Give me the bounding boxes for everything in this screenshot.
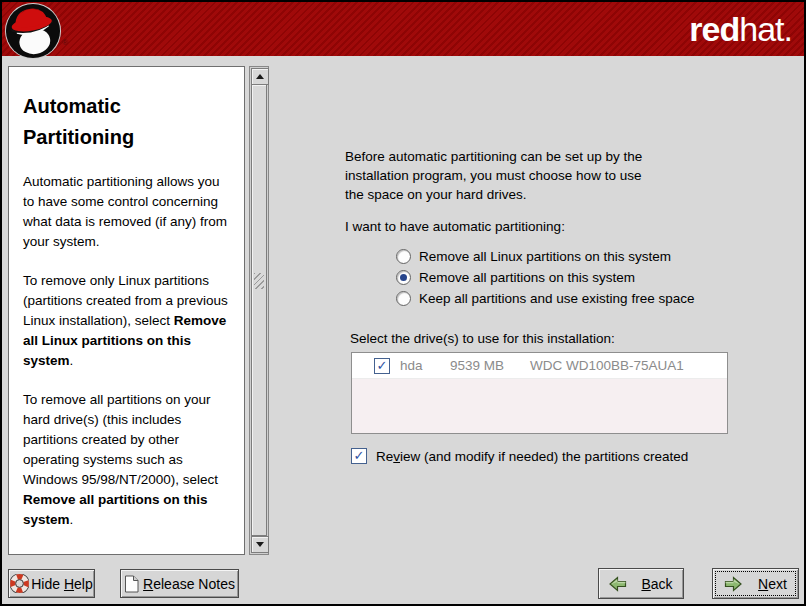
scroll-down-button[interactable] [251, 536, 269, 553]
radio-option-label: Keep all partitions and use existing fre… [419, 291, 694, 306]
arrow-right-icon [724, 576, 742, 592]
scrollbar-grip-icon [254, 273, 264, 289]
scroll-up-button[interactable] [251, 68, 269, 85]
help-panel: Automatic Partitioning Automatic partiti… [8, 66, 245, 555]
help-text: Automatic partitioning allows you to hav… [23, 172, 230, 530]
drive-size: 9539 MB [450, 358, 522, 373]
drive-list[interactable]: ✓hda9539 MBWDC WD100BB-75AUA1 [351, 352, 728, 434]
document-icon [124, 575, 139, 593]
help-paragraph: To remove only Linux partitions (partiti… [23, 271, 230, 371]
review-option[interactable]: ✓ Review (and modify if needed) the part… [351, 448, 688, 464]
radio-selected-icon[interactable] [396, 270, 411, 285]
installer-window: redhat. ® Automatic Partitioning Automat… [0, 0, 806, 606]
help-scrollbar[interactable] [249, 66, 269, 555]
brand-dot: . [784, 10, 792, 48]
drive-name: hda [400, 358, 438, 373]
brand-red: red [689, 10, 739, 48]
redhat-wordmark: redhat. [689, 9, 792, 49]
radio-option[interactable]: Remove all partitions on this system [396, 267, 694, 288]
next-button[interactable]: Next [712, 568, 799, 599]
brand-hat: hat [739, 10, 783, 48]
scrollbar-thumb[interactable] [251, 84, 267, 536]
arrow-left-icon [609, 576, 627, 592]
hide-help-label: Hide Help [31, 576, 93, 592]
drive-checkbox[interactable]: ✓ [374, 358, 390, 374]
help-paragraph: To remove all partitions on your hard dr… [23, 390, 230, 530]
drive-select-label: Select the drive(s) to use for this inst… [350, 331, 615, 346]
triangle-up-icon [256, 74, 264, 79]
partitioning-question-label: I want to have automatic partitioning: [345, 219, 565, 234]
redhat-shadowman-logo-icon [4, 2, 62, 60]
radio-option-label: Remove all partitions on this system [419, 270, 635, 285]
hide-help-button[interactable]: Hide Help [8, 569, 95, 598]
radio-option[interactable]: Remove all Linux partitions on this syst… [396, 246, 694, 267]
partitioning-options: Remove all Linux partitions on this syst… [396, 246, 694, 309]
release-notes-button[interactable]: Release Notes [120, 569, 239, 598]
radio-unselected-icon[interactable] [396, 249, 411, 264]
radio-unselected-icon[interactable] [396, 291, 411, 306]
radio-option-label: Remove all Linux partitions on this syst… [419, 249, 671, 264]
triangle-down-icon [256, 542, 264, 547]
release-notes-label: Release Notes [143, 576, 235, 592]
drive-model: WDC WD100BB-75AUA1 [530, 358, 684, 373]
help-paragraph: Automatic partitioning allows you to hav… [23, 172, 230, 252]
review-label: Review (and modify if needed) the partit… [376, 449, 688, 464]
trademark-symbol: ® [62, 38, 68, 47]
header-banner: redhat. [2, 2, 804, 56]
next-label: Next [758, 576, 787, 592]
back-label: Back [641, 576, 672, 592]
life-preserver-icon [10, 574, 29, 593]
review-checkbox[interactable]: ✓ [351, 448, 367, 464]
help-title: Automatic Partitioning [23, 91, 230, 153]
radio-option[interactable]: Keep all partitions and use existing fre… [396, 288, 694, 309]
drive-row[interactable]: ✓hda9539 MBWDC WD100BB-75AUA1 [352, 353, 727, 379]
intro-text: Before automatic partitioning can be set… [345, 147, 642, 204]
back-button[interactable]: Back [598, 568, 684, 599]
